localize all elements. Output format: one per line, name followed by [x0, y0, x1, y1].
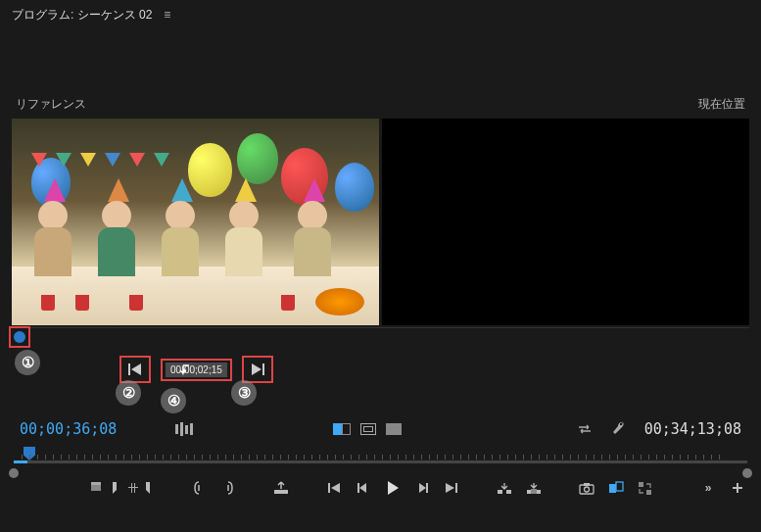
go-to-next-edit-highlight [242, 356, 273, 383]
current-timecode[interactable]: 00;00;36;08 [20, 420, 117, 438]
svg-rect-8 [190, 423, 193, 435]
comparison-view-button[interactable] [333, 423, 351, 435]
go-to-in-button[interactable] [324, 478, 344, 498]
svg-marker-17 [359, 483, 366, 493]
button-editor-add[interactable] [728, 478, 747, 498]
svg-rect-27 [531, 489, 537, 494]
go-to-next-edit-button[interactable] [247, 359, 268, 380]
reference-label: リファレンス [16, 96, 86, 113]
button-editor-expand[interactable]: » [698, 478, 718, 498]
transport-bar: » [0, 470, 761, 506]
svg-rect-18 [357, 483, 359, 493]
mark-clip-button[interactable] [123, 478, 143, 498]
svg-rect-21 [426, 483, 428, 493]
mark-in-set-button[interactable] [189, 478, 209, 498]
svg-rect-0 [128, 363, 130, 375]
svg-rect-36 [733, 487, 742, 489]
svg-rect-13 [128, 487, 138, 488]
svg-marker-3 [252, 363, 262, 375]
offset-tooltip: 00;00;02;15 [166, 363, 227, 377]
svg-marker-22 [446, 483, 454, 493]
select-zoom-level-icon[interactable] [173, 418, 195, 440]
safe-margins-button[interactable] [360, 423, 376, 435]
current-position-label: 現在位置 [698, 96, 745, 113]
play-button[interactable] [383, 478, 403, 498]
time-ruler[interactable] [14, 449, 747, 470]
overwrite-button[interactable] [524, 478, 544, 498]
loop-playback-button[interactable] [574, 418, 595, 440]
go-to-out-button[interactable] [442, 478, 461, 498]
svg-rect-10 [91, 482, 101, 485]
svg-marker-16 [331, 483, 340, 493]
svg-rect-14 [274, 490, 288, 494]
go-to-previous-edit-highlight [119, 356, 151, 383]
gang-marker-highlight [9, 326, 30, 348]
step-forward-button[interactable] [412, 478, 432, 498]
offset-tooltip-highlight: 00;00;02;15 [161, 359, 232, 381]
svg-point-2 [183, 368, 186, 371]
reference-monitor[interactable] [12, 119, 379, 325]
duration-timecode: 00;34;13;08 [644, 420, 741, 438]
svg-rect-25 [506, 490, 511, 494]
svg-rect-31 [609, 484, 616, 493]
svg-rect-5 [175, 424, 178, 434]
settings-wrench-icon[interactable] [609, 418, 631, 440]
svg-point-29 [584, 487, 589, 492]
svg-rect-33 [639, 482, 643, 487]
program-panel-title: プログラム: シーケンス 02 [12, 7, 152, 24]
svg-marker-20 [419, 483, 426, 493]
panel-menu-icon[interactable]: ≡ [164, 8, 170, 22]
comparison-view-toggle[interactable] [606, 478, 626, 498]
add-marker-button[interactable] [86, 478, 106, 498]
svg-rect-7 [185, 425, 188, 434]
svg-rect-6 [180, 422, 183, 436]
mark-out-set-button[interactable] [218, 478, 238, 498]
lift-button[interactable] [271, 478, 291, 498]
svg-marker-1 [131, 363, 141, 375]
gang-solo-indicator-icon[interactable] [14, 331, 25, 343]
proxy-toggle-button[interactable] [636, 478, 655, 498]
step-back-button[interactable] [354, 478, 373, 498]
svg-rect-30 [584, 483, 590, 486]
svg-rect-32 [616, 482, 623, 491]
insert-button[interactable] [495, 478, 514, 498]
svg-rect-15 [328, 483, 330, 493]
svg-rect-24 [498, 490, 502, 494]
svg-rect-34 [646, 490, 651, 495]
svg-rect-23 [455, 483, 457, 493]
go-to-previous-edit-button[interactable] [124, 359, 146, 380]
svg-rect-4 [262, 363, 264, 375]
export-frame-button[interactable] [577, 478, 596, 498]
output-button[interactable] [386, 423, 402, 435]
svg-marker-19 [388, 481, 399, 495]
program-monitor[interactable] [382, 119, 749, 325]
